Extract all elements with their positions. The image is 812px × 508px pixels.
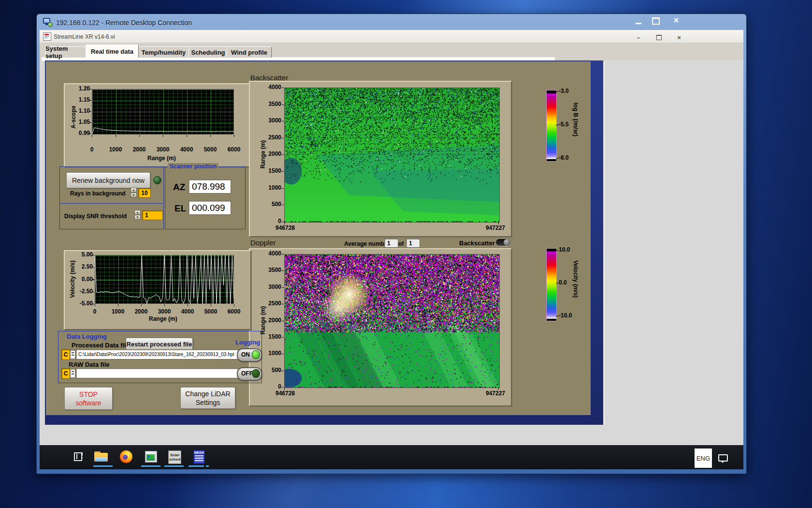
az-value-field[interactable]: 078.998 (188, 179, 231, 194)
change-lidar-settings-button[interactable]: Change LiDAR Settings (180, 387, 235, 409)
backscatter-toggle[interactable] (496, 239, 510, 246)
vi-restore-button[interactable] (653, 33, 664, 41)
renew-background-led (153, 176, 161, 184)
tick-mark (556, 91, 558, 92)
backscatter-ytick: 500 (252, 201, 281, 208)
processed-browse-icon[interactable] (70, 350, 75, 359)
processed-path-field[interactable]: C:\Lidar\Data\Proc\2023\202309\20230913\… (76, 349, 238, 359)
doppler-ytick: 2000 (252, 317, 281, 324)
vi-close-button[interactable]: × (674, 33, 684, 41)
backscatter-ytick: 2500 (252, 134, 281, 141)
close-icon: × (674, 15, 679, 26)
doppler-ytick: 500 (252, 367, 281, 374)
firefox-icon[interactable] (120, 450, 132, 463)
file-explorer-icon[interactable] (94, 450, 108, 463)
backscatter-colorbar-label: log B (/m/sr) (572, 103, 579, 136)
on-label: ON (241, 351, 250, 358)
ascope-ytick: 1.10 (61, 107, 90, 114)
tab-wind-profile[interactable]: Wind profile (227, 46, 272, 58)
tab-real-time-data[interactable]: Real time data (86, 45, 139, 58)
backscatter-xtick-left: 946728 (276, 224, 295, 231)
stepper-down-icon[interactable]: ▼ (130, 193, 137, 197)
velocity-ytick: -2.50 (64, 288, 93, 295)
display-snr-threshold-field[interactable]: 1 (142, 210, 163, 220)
tick-mark (556, 316, 558, 316)
minimize-icon (636, 23, 641, 24)
backscatter-ytick: 1000 (252, 184, 281, 191)
el-value-field[interactable]: 000.099 (188, 201, 231, 215)
week-app-icon[interactable]: WEEK (193, 450, 205, 464)
scanner-position-group (165, 166, 246, 229)
doppler-xtick-left: 946728 (276, 390, 295, 397)
panel-edge-highlight (604, 61, 605, 425)
rays-in-background-label: Rays in background (70, 190, 126, 197)
ascope-xtick-marks (92, 135, 234, 137)
notification-bubble-icon[interactable] (718, 454, 728, 464)
tab-scheduling[interactable]: Scheduling (188, 46, 228, 58)
tick-mark (556, 283, 558, 284)
average-total-field[interactable]: 1 (406, 239, 420, 248)
renew-background-button[interactable]: Renew background now (66, 172, 150, 188)
doppler-title: Doppler (250, 239, 276, 247)
velocity-trace (95, 255, 234, 304)
rays-in-background-field[interactable]: 10 (138, 188, 151, 198)
vi-window-title: StreamLine XR v14-6.vi (54, 33, 115, 40)
vi-minimize-button[interactable]: – (633, 33, 644, 41)
rdp-close-button[interactable]: × (667, 15, 685, 26)
backscatter-colorbar (546, 90, 557, 162)
scan-icon-line1: Scan (169, 453, 181, 457)
restart-processed-file-button[interactable]: Restart processed file (126, 338, 193, 350)
doppler-ytick: 3000 (252, 284, 281, 290)
backscatter-ytick: 3000 (252, 117, 281, 124)
doppler-colorbar-tick: 0.0 (559, 279, 567, 286)
language-indicator[interactable]: ENG (695, 448, 712, 468)
rdp-window-title: 192.168.0.122 - Remote Desktop Connectio… (56, 19, 192, 27)
processed-drive-button[interactable]: C (61, 349, 70, 360)
stop-software-line2: software (76, 399, 102, 407)
display-snr-threshold-stepper[interactable]: ▲▼ (134, 210, 141, 220)
backscatter-colorbar-tick: -5.5 (559, 121, 569, 128)
rdp-minimize-button[interactable] (631, 17, 646, 26)
el-label: EL (174, 203, 186, 214)
rdp-maximize-button[interactable] (649, 16, 663, 25)
processed-data-file-label: Processed Data file (72, 342, 130, 349)
backscatter-ytick: 2000 (252, 150, 281, 157)
rays-in-background-stepper[interactable]: ▲▼ (130, 188, 137, 197)
ascope-trace (92, 89, 234, 134)
scanner-position-title: Scanner position (168, 163, 218, 170)
stepper-up-icon[interactable]: ▲ (134, 210, 141, 215)
running-indicator (93, 465, 113, 467)
restore-icon (656, 35, 662, 40)
task-view-icon[interactable] (74, 451, 84, 461)
raw-browse-icon[interactable] (70, 369, 75, 378)
velocity-xtick: 6000 (219, 308, 248, 315)
streamline-app-icon[interactable] (145, 451, 157, 463)
velocity-xtick-marks (95, 304, 234, 306)
running-indicator (164, 465, 184, 467)
rdp-icon (43, 18, 53, 26)
desktop: 192.168.0.122 - Remote Desktop Connectio… (0, 0, 812, 508)
stop-software-button[interactable]: STOP software (64, 387, 113, 410)
ascope-ytick: 1.05 (61, 119, 90, 125)
tick-mark (556, 158, 558, 159)
tab-temp-humidity[interactable]: Temp/humidity (138, 46, 189, 58)
tab-system-setup[interactable]: System setup (45, 46, 87, 58)
tick-mark (556, 250, 558, 251)
tick-mark (556, 125, 558, 125)
velocity-xlabel: Range (m) (149, 315, 177, 322)
maximize-icon (652, 17, 660, 25)
average-number-field[interactable]: 1 (384, 239, 398, 248)
change-lidar-line2: Settings (196, 398, 220, 407)
change-lidar-line1: Change LiDAR (185, 389, 230, 398)
stepper-up-icon[interactable]: ▲ (130, 188, 137, 193)
backscatter-colorbar-tick: -3.0 (559, 88, 569, 94)
stepper-down-icon[interactable]: ▼ (134, 215, 141, 220)
velocity-ytick: 2.50 (64, 263, 93, 270)
backscatter-heatmap-canvas (284, 88, 500, 223)
scan-scheduler-icon[interactable]: Scan sched (168, 450, 181, 464)
doppler-heatmap-canvas (284, 254, 500, 388)
raw-drive-button[interactable]: C (61, 368, 70, 379)
firefox-globe (123, 455, 128, 460)
velocity-ytick: 5.00 (64, 251, 93, 258)
raw-path-field[interactable] (76, 368, 238, 378)
